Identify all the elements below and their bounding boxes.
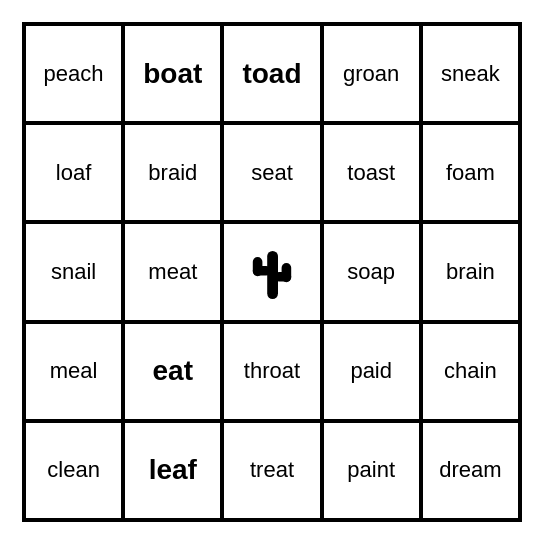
svg-rect-2 (253, 257, 263, 276)
cell-0: peach (24, 24, 123, 123)
cell-5: loaf (24, 123, 123, 222)
cell-19: chain (421, 322, 520, 421)
cell-1: boat (123, 24, 222, 123)
cell-14: brain (421, 222, 520, 321)
cell-11: meat (123, 222, 222, 321)
cell-22: treat (222, 421, 321, 520)
cell-13: soap (322, 222, 421, 321)
cell-23: paint (322, 421, 421, 520)
cell-2: toad (222, 24, 321, 123)
cell-12 (222, 222, 321, 321)
cell-9: foam (421, 123, 520, 222)
bingo-board: peachboattoadgroansneakloafbraidseattoas… (22, 22, 522, 522)
cell-7: seat (222, 123, 321, 222)
cactus-icon (242, 232, 302, 312)
cell-6: braid (123, 123, 222, 222)
cell-17: throat (222, 322, 321, 421)
cell-20: clean (24, 421, 123, 520)
cell-18: paid (322, 322, 421, 421)
cell-16: eat (123, 322, 222, 421)
cell-15: meal (24, 322, 123, 421)
cell-10: snail (24, 222, 123, 321)
cell-4: sneak (421, 24, 520, 123)
cell-8: toast (322, 123, 421, 222)
cell-24: dream (421, 421, 520, 520)
svg-rect-4 (282, 263, 292, 282)
cell-3: groan (322, 24, 421, 123)
cell-21: leaf (123, 421, 222, 520)
